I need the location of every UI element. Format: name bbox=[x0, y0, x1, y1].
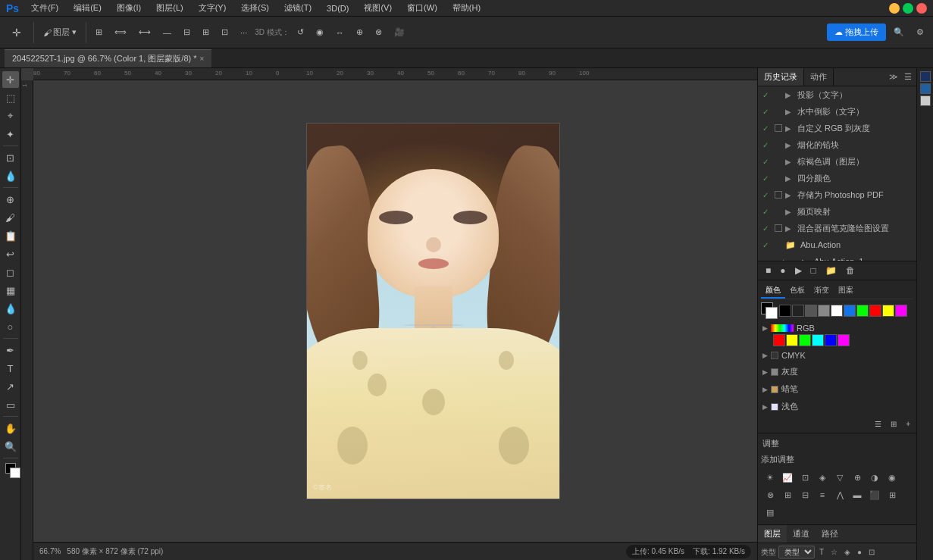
menu-image[interactable]: 图像(I) bbox=[114, 2, 144, 14]
tool-shape[interactable]: ▭ bbox=[2, 396, 19, 413]
tool-ruler-h[interactable]: ⟺ bbox=[110, 24, 131, 40]
tool-heal[interactable]: ⊕ bbox=[2, 191, 19, 208]
rgb-group-header[interactable]: ▶ RGB bbox=[761, 322, 913, 334]
layers-tab[interactable]: 图层 bbox=[758, 525, 787, 543]
yellow-swatch[interactable] bbox=[882, 305, 894, 317]
layer-filter-smart[interactable]: ⊡ bbox=[866, 547, 877, 557]
cmyk-group-header[interactable]: ▶ CMYK bbox=[761, 349, 913, 361]
menu-window[interactable]: 窗口(W) bbox=[404, 2, 440, 14]
document-tab[interactable]: 20452252T-1.jpg @ 66.7% (Color 1, 图层蒙版/8… bbox=[5, 49, 211, 67]
menu-filter[interactable]: 滤镜(T) bbox=[281, 2, 315, 14]
tool-stamp[interactable]: 📋 bbox=[2, 227, 19, 244]
rgb-blue[interactable] bbox=[825, 334, 837, 346]
history-item[interactable]: ✓ ▶ 水中倒影（文字） bbox=[758, 103, 916, 120]
history-item[interactable]: ✓ ▶ 四分颜色 bbox=[758, 170, 916, 186]
adj-threshold[interactable]: ⋀ bbox=[832, 487, 847, 502]
tool-3d-b[interactable]: ◉ bbox=[312, 24, 328, 40]
tool-move[interactable]: ✛ bbox=[2, 71, 19, 88]
tool-magic-wand[interactable]: ✦ bbox=[2, 126, 19, 142]
rgb-red[interactable] bbox=[773, 334, 785, 346]
tool-dodge[interactable]: ○ bbox=[2, 318, 19, 335]
minimize-button[interactable] bbox=[889, 3, 900, 14]
white-swatch[interactable] bbox=[831, 305, 843, 317]
tool-align-r[interactable]: ⊞ bbox=[198, 24, 214, 40]
fg-bg-colors[interactable] bbox=[761, 302, 778, 319]
tool-video[interactable]: 🎥 bbox=[390, 24, 409, 40]
tool-more[interactable]: ··· bbox=[236, 25, 252, 40]
adj-curves[interactable]: 📈 bbox=[780, 470, 795, 485]
sub-panel-swatch-2[interactable] bbox=[920, 83, 931, 94]
layer-filter-color[interactable]: ● bbox=[855, 547, 864, 557]
tool-eraser[interactable]: ◻ bbox=[2, 264, 19, 280]
history-item[interactable]: ✓ ▶ 棕褐色调（图层） bbox=[758, 153, 916, 170]
green-swatch[interactable] bbox=[856, 305, 869, 317]
tool-rectangle-select[interactable]: ⬚ bbox=[2, 89, 19, 106]
tool-zoom[interactable]: 🔍 bbox=[2, 438, 19, 455]
magenta-swatch[interactable] bbox=[895, 305, 907, 317]
light-group-header[interactable]: ▶ 浅色 bbox=[761, 399, 913, 414]
tool-text[interactable]: T bbox=[2, 360, 19, 377]
color-add[interactable]: + bbox=[903, 418, 913, 430]
brush-tool-group[interactable]: 🖌 图层 ▾ bbox=[39, 23, 81, 41]
tool-history-brush[interactable]: ↩ bbox=[2, 246, 19, 262]
history-tab[interactable]: 历史记录 bbox=[758, 68, 804, 86]
close-button[interactable] bbox=[916, 3, 927, 14]
maximize-button[interactable] bbox=[903, 3, 913, 14]
tool-eyedropper[interactable]: 💧 bbox=[2, 167, 19, 184]
adj-exposure[interactable]: ⊡ bbox=[797, 470, 812, 485]
tool-3d-e[interactable]: ⊗ bbox=[371, 24, 387, 40]
tool-pen[interactable]: ✒ bbox=[2, 342, 19, 358]
tool-3d-c[interactable]: ↔ bbox=[331, 25, 349, 40]
history-item[interactable]: ✓ ▶ 投影（文字） bbox=[758, 86, 916, 103]
swatches-tab[interactable]: 色板 bbox=[785, 283, 809, 299]
menu-3d[interactable]: 3D(D) bbox=[324, 4, 352, 13]
adj-gradient-map[interactable]: ▬ bbox=[850, 487, 865, 502]
tool-hand[interactable]: ✋ bbox=[2, 420, 19, 436]
history-item[interactable]: ✓ ▶ 烟化的铅块 bbox=[758, 136, 916, 153]
delete-action-button[interactable]: 🗑 bbox=[843, 264, 858, 277]
adj-invert[interactable]: ⊟ bbox=[797, 487, 812, 502]
gradient-tab[interactable]: 渐变 bbox=[809, 283, 834, 299]
history-item[interactable]: ✓ ▶ 混合器画笔克隆绘图设置 bbox=[758, 220, 916, 236]
tool-grid[interactable]: ⊞ bbox=[91, 24, 107, 40]
tool-ruler-v[interactable]: ⟷ bbox=[134, 24, 155, 40]
new-folder-button[interactable]: 📁 bbox=[822, 264, 840, 277]
foreground-color[interactable] bbox=[2, 461, 19, 478]
channels-tab[interactable]: 通道 bbox=[787, 525, 816, 543]
adj-solid-color[interactable]: ⬛ bbox=[867, 487, 882, 502]
new-action-button[interactable]: □ bbox=[808, 264, 819, 277]
tool-brush[interactable]: 🖌 bbox=[2, 209, 19, 226]
rgb-magenta[interactable] bbox=[838, 334, 850, 346]
pattern-tab[interactable]: 图案 bbox=[834, 283, 858, 299]
adj-color-lookup[interactable]: ⊞ bbox=[780, 487, 795, 502]
menu-help[interactable]: 帮助(H) bbox=[449, 2, 484, 14]
tool-align-c[interactable]: ⊡ bbox=[217, 24, 233, 40]
color-grid-view[interactable]: ⊞ bbox=[888, 418, 900, 430]
adj-pattern[interactable]: ⊞ bbox=[884, 487, 900, 502]
sub-panel-swatch-3[interactable] bbox=[920, 95, 931, 106]
stop-button[interactable]: ■ bbox=[762, 264, 774, 277]
sub-panel-swatch-1[interactable] bbox=[920, 71, 931, 82]
menu-edit[interactable]: 编辑(E) bbox=[70, 2, 105, 14]
darkgray-swatch[interactable] bbox=[792, 305, 804, 317]
settings-button[interactable]: ⚙ bbox=[912, 24, 928, 40]
layer-filter-toggle[interactable]: T bbox=[817, 547, 826, 557]
rgb-green[interactable] bbox=[799, 334, 811, 346]
search-button[interactable]: 🔍 bbox=[889, 24, 909, 40]
adj-channel-mixer[interactable]: ⊗ bbox=[762, 487, 778, 502]
adj-photo-filter[interactable]: ◉ bbox=[884, 470, 900, 485]
move-tool[interactable]: ✛ bbox=[5, 22, 29, 43]
tool-3d-d[interactable]: ⊕ bbox=[352, 24, 368, 40]
layer-filter-mode[interactable]: ◈ bbox=[842, 547, 853, 557]
menu-select[interactable]: 选择(S) bbox=[238, 2, 272, 14]
wax-group-header[interactable]: ▶ 蜡笔 bbox=[761, 382, 913, 396]
canvas-image[interactable]: ©签名 bbox=[306, 123, 560, 499]
history-item[interactable]: ✓ ▶ 自定义 RGB 到灰度 bbox=[758, 120, 916, 136]
red-swatch[interactable] bbox=[869, 305, 881, 317]
black-swatch[interactable] bbox=[779, 305, 791, 317]
actions-tab[interactable]: 动作 bbox=[804, 68, 834, 86]
tool-path-select[interactable]: ↗ bbox=[2, 378, 19, 395]
tool-gradient[interactable]: ▦ bbox=[2, 282, 19, 299]
panel-menu-icon[interactable]: ☰ bbox=[903, 70, 913, 83]
adj-bw[interactable]: ◑ bbox=[867, 470, 882, 485]
